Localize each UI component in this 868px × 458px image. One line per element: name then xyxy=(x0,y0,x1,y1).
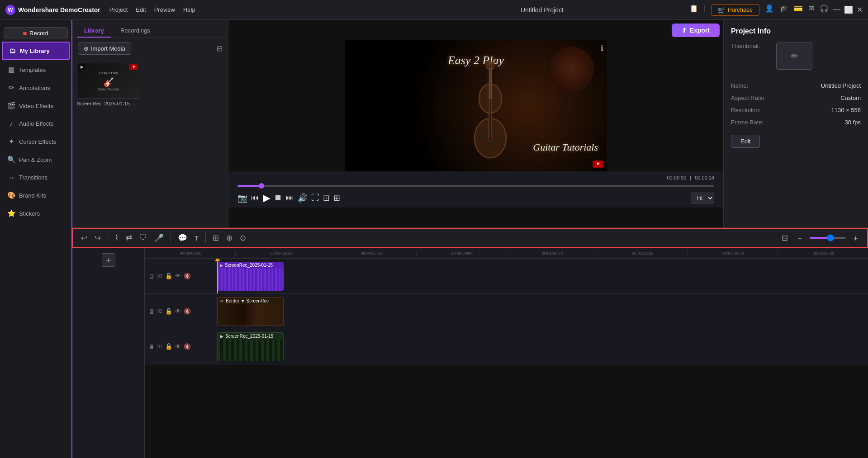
topbar-right: 📋 | 🛒 Purchase 👤 🎓 💳 ✉ 🎧 — ⬜ ✕ xyxy=(689,4,863,16)
text-button[interactable]: T xyxy=(192,232,201,244)
track-body-01[interactable]: ▶ ScreenRec_2025-01-15 xyxy=(217,329,868,364)
step-back-btn[interactable]: ⏮ xyxy=(251,193,259,203)
mic-button[interactable]: 🎤 xyxy=(152,231,166,245)
volume-btn[interactable]: 🔊 xyxy=(298,193,308,203)
play-btn[interactable]: ▶ xyxy=(263,192,270,204)
stop-btn[interactable]: ⏹ xyxy=(274,193,282,203)
shield-button[interactable]: 🛡 xyxy=(137,231,149,244)
card-icon[interactable]: 💳 xyxy=(794,4,803,16)
track-clip-03[interactable]: ▶ ScreenRec_2025-01-15 xyxy=(217,262,284,291)
speed-button[interactable]: ⇄ xyxy=(123,231,134,245)
fit-select[interactable]: Fit xyxy=(691,193,714,203)
track-mute-02[interactable]: 🔇 xyxy=(184,308,191,315)
import-media-button[interactable]: ⊕ Import Media xyxy=(78,42,131,55)
track-clip-02[interactable]: ✏ Border ▼ ScreenRec xyxy=(217,297,284,326)
timeline-right-controls: ⊟ － ＋ xyxy=(779,231,862,245)
tab-library[interactable]: Library xyxy=(77,24,111,38)
track-body-02[interactable]: ✏ Border ▼ ScreenRec xyxy=(217,294,868,329)
circle-decoration xyxy=(549,47,594,92)
sidebar-item-my-library[interactable]: 🗂 My Library xyxy=(2,42,70,60)
separator-2 xyxy=(171,232,171,243)
track-lock-01[interactable]: 🔓 xyxy=(165,343,172,350)
undo-button[interactable]: ↩ xyxy=(79,231,90,245)
sidebar-item-brand-kits[interactable]: 🎨 Brand Kits xyxy=(2,187,70,204)
sidebar-item-audio-effects[interactable]: ♪ Audio Effects xyxy=(2,115,70,132)
filter-icon[interactable]: ⊟ xyxy=(217,44,223,53)
zoom-out-button[interactable]: － xyxy=(794,231,806,245)
sidebar-label-video-effects: Video Effects xyxy=(19,103,53,109)
record-button[interactable]: Record xyxy=(4,27,68,39)
redo-button[interactable]: ↪ xyxy=(92,231,103,245)
split-button[interactable]: ⌇ xyxy=(113,231,121,245)
info-icon[interactable]: ℹ xyxy=(601,44,603,52)
sidebar-item-pan-zoom[interactable]: 🔍 Pan & Zoom xyxy=(2,151,70,168)
sidebar-item-templates[interactable]: ▦ Templates xyxy=(2,61,70,78)
academic-icon[interactable]: 🎓 xyxy=(779,4,788,16)
menu-edit[interactable]: Edit xyxy=(136,6,146,13)
account-icon[interactable]: 👤 xyxy=(765,4,774,16)
media-source-badge xyxy=(129,64,138,70)
thumbnail-preview[interactable]: ✏ xyxy=(776,42,812,70)
track-visibility-03[interactable]: 👁 xyxy=(175,273,181,279)
clipboard-icon[interactable]: 📋 xyxy=(689,4,698,16)
purchase-button[interactable]: 🛒 Purchase xyxy=(711,4,759,16)
topbar-utility-icons: 📋 | 🛒 Purchase 👤 🎓 💳 ✉ 🎧 xyxy=(689,4,829,16)
comment-button[interactable]: 💬 xyxy=(175,231,190,245)
add-track-button[interactable]: ＋ xyxy=(102,253,115,267)
time-current: 00:00:00 xyxy=(667,175,686,180)
add-button[interactable]: ⊕ xyxy=(224,231,235,245)
step-forward-btn[interactable]: ⏭ xyxy=(286,193,294,203)
ruler-mark-2: 00:00:33:10 xyxy=(326,251,416,255)
sidebar-item-annotations[interactable]: ✏ Annotations xyxy=(2,79,70,96)
sidebar-item-stickers[interactable]: ⭐ Stickers xyxy=(2,205,70,222)
close-btn[interactable]: ✕ xyxy=(857,5,863,14)
track-clip-01[interactable]: ▶ ScreenRec_2025-01-15 xyxy=(217,332,284,361)
headset-icon[interactable]: 🎧 xyxy=(820,4,829,16)
menu-preview[interactable]: Preview xyxy=(154,6,175,13)
export-button[interactable]: ⬆ Export xyxy=(672,24,720,37)
logo-icon: W xyxy=(5,5,15,15)
frame-rate-row: Frame Rate: 30 fps xyxy=(731,119,861,126)
email-icon[interactable]: ✉ xyxy=(808,4,814,16)
sidebar-item-video-effects[interactable]: 🎬 Video Effects xyxy=(2,97,70,114)
clip-header-02: ✏ Border ▼ ScreenRec xyxy=(218,297,283,304)
edit-button[interactable]: Edit xyxy=(731,135,760,148)
crop-btn[interactable]: ⊡ xyxy=(323,193,330,203)
track-lock-03[interactable]: 🔓 xyxy=(165,273,172,279)
menu-project[interactable]: Project xyxy=(109,6,128,13)
sidebar-item-transitions[interactable]: ↔ Transitions xyxy=(2,169,70,186)
record-label: Record xyxy=(29,30,48,37)
track-visibility-02[interactable]: 👁 xyxy=(175,308,181,315)
track-controls-03: 🔓 👁 🔇 xyxy=(165,273,191,279)
track-mute-03[interactable]: 🔇 xyxy=(184,273,191,279)
export-label: Export xyxy=(690,27,710,34)
track-lock-02[interactable]: 🔓 xyxy=(165,308,172,315)
sidebar-label-templates: Templates xyxy=(19,66,46,73)
ruler-mark-5: 00:01:23:10 xyxy=(597,251,687,255)
zoom-in-button[interactable]: ＋ xyxy=(849,231,862,245)
track-mute-01[interactable]: 🔇 xyxy=(184,343,191,350)
cart-icon: 🛒 xyxy=(718,6,726,14)
list-item[interactable]: Easy 2 Play 🎸 Guitar Tutorials ▶ ScreenR… xyxy=(77,63,140,106)
sidebar-item-cursor-effects[interactable]: ✦ Cursor Effects xyxy=(2,133,70,150)
fullscreen-btn[interactable]: ⛶ xyxy=(311,193,319,203)
tab-recordings[interactable]: Recordings xyxy=(113,24,157,38)
minimize-btn[interactable]: — xyxy=(833,5,840,14)
clip-body-03 xyxy=(217,269,284,291)
track-visibility-01[interactable]: 👁 xyxy=(175,343,181,350)
maximize-btn[interactable]: ⬜ xyxy=(844,5,853,14)
layout-button[interactable]: ⊞ xyxy=(210,231,221,245)
video-progress-bar[interactable] xyxy=(237,185,714,187)
target-button[interactable]: ⊙ xyxy=(237,231,248,245)
menu-help[interactable]: Help xyxy=(183,6,195,13)
media-thumbnail: Easy 2 Play 🎸 Guitar Tutorials ▶ xyxy=(77,63,140,99)
fit-timeline-button[interactable]: ⊟ xyxy=(779,231,790,245)
zoom-slider[interactable] xyxy=(810,237,846,239)
track-body-03[interactable]: ▶ ScreenRec_2025-01-15 xyxy=(217,259,868,293)
transitions-icon: ↔ xyxy=(7,174,15,181)
progress-thumb[interactable] xyxy=(259,183,264,189)
frame-rate-value: 30 fps xyxy=(845,119,861,126)
track-num-03: 03 xyxy=(157,274,162,279)
resize-btn[interactable]: ⊞ xyxy=(333,193,340,203)
screenshot-btn[interactable]: 📷 xyxy=(237,193,247,203)
